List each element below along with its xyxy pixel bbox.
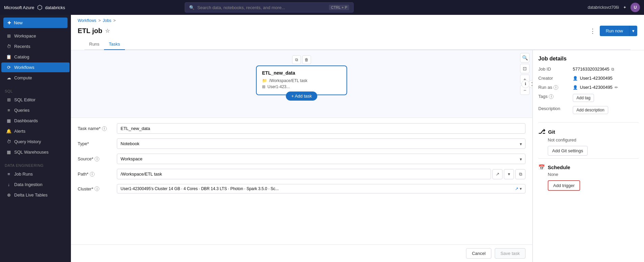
task-card-wrapper: ⧉ 🗑 ETL_new_data 📁 /Workspace/ETL task ⊞ <box>256 55 347 95</box>
task-name-input[interactable] <box>117 123 525 134</box>
source-info[interactable]: i <box>95 157 99 161</box>
breadcrumb-sep2: > <box>113 18 116 23</box>
sidebar-item-label: Data Ingestion <box>14 182 43 187</box>
description-value: Add description <box>573 106 608 114</box>
chevron-right-icon: ❯ <box>531 82 533 86</box>
sidebar-item-label: Query History <box>14 139 41 144</box>
sidebar-item-delta-live-tables[interactable]: ⊕ Delta Live Tables <box>1 190 70 200</box>
sidebar-item-workspace[interactable]: ⊞ Workspace <box>1 31 70 41</box>
path-info[interactable]: i <box>90 172 95 177</box>
task-form-area: Task name* i Type* Notebook <box>71 118 532 262</box>
tags-info[interactable]: i <box>549 94 553 99</box>
search-bar[interactable]: 🔍 Search data, notebooks, recents, and m… <box>185 2 354 12</box>
add-task-button[interactable]: + Add task <box>286 91 317 101</box>
sidebar-item-sql-warehouses[interactable]: ▦ SQL Warehouses <box>1 147 70 157</box>
page-header: Workflows > Jobs > ETL job ☆ ⋮ Run now ▾ <box>71 15 644 50</box>
data-ingestion-icon: ↓ <box>6 182 11 187</box>
source-select[interactable]: Workspace <box>117 154 525 164</box>
schedule-none: None <box>548 172 639 177</box>
compute-icon: ☁ <box>6 75 11 80</box>
sidebar-item-alerts[interactable]: 🔔 Alerts <box>1 126 70 136</box>
creator-value: 👤 User1-42300495 <box>573 76 613 81</box>
sql-section-label: SQL <box>0 86 71 95</box>
new-button[interactable]: ✚ New <box>3 18 68 28</box>
sidebar-item-query-history[interactable]: ⏱ Query History <box>1 137 70 147</box>
tab-runs[interactable]: Runs <box>84 39 104 50</box>
run-as-info[interactable]: i <box>553 85 558 90</box>
sidebar-item-catalog[interactable]: 📋 Catalog <box>1 52 70 62</box>
job-id-copy-button[interactable]: ⧉ <box>611 67 614 72</box>
creator-label: Creator <box>538 76 569 81</box>
add-git-settings-button[interactable]: Add Git settings <box>548 146 588 156</box>
cluster-label: Cluster* i <box>78 186 111 191</box>
run-as-user-icon: 👤 <box>573 85 578 90</box>
sidebar-item-queries[interactable]: ≡ Queries <box>1 105 70 115</box>
run-now-dropdown-button[interactable]: ▾ <box>629 26 637 36</box>
cluster-select[interactable]: User1-42300495's Cluster 14 GB · 4 Cores… <box>117 184 525 193</box>
form-row-type: Type* Notebook <box>78 138 525 149</box>
calendar-icon: 📅 <box>538 164 545 171</box>
user-account: databricksvct706i <box>588 5 619 10</box>
topbar: Microsoft Azure ⬡ databricks 🔍 Search da… <box>0 0 644 15</box>
sidebar-item-label: Queries <box>14 108 30 113</box>
fit-canvas-button[interactable]: ⊡ <box>520 64 530 73</box>
task-card[interactable]: ETL_new_data 📁 /Workspace/ETL task ⊞ Use… <box>256 66 347 95</box>
sql-editor-icon: ⊞ <box>6 97 11 102</box>
delta-live-tables-icon: ⊕ <box>6 192 11 198</box>
sidebar: ✚ New ⊞ Workspace ⏱ Recents 📋 Catalog ⟳ … <box>0 15 71 262</box>
type-label: Type* <box>78 141 111 146</box>
info-button[interactable]: ℹ <box>521 80 530 88</box>
sidebar-item-recents[interactable]: ⏱ Recents <box>1 42 70 51</box>
path-copy-button[interactable]: ⧉ <box>515 169 525 179</box>
task-name-info[interactable]: i <box>102 126 107 131</box>
cluster-info[interactable]: i <box>95 186 99 191</box>
creator-user-icon: 👤 <box>573 76 578 81</box>
path-input[interactable] <box>117 169 491 179</box>
search-canvas-icon: 🔍 <box>522 55 528 60</box>
path-external-link-button[interactable]: ↗ <box>492 169 503 179</box>
description-label: Description <box>538 106 569 111</box>
run-as-edit-icon[interactable]: ✏ <box>615 85 618 90</box>
delete-task-button[interactable]: 🗑 <box>302 55 311 64</box>
save-task-button[interactable]: Save task <box>495 248 525 259</box>
search-canvas-button[interactable]: 🔍 <box>520 53 530 62</box>
job-details-title: Job details <box>538 56 639 62</box>
copy-task-button[interactable]: ⧉ <box>292 55 301 64</box>
run-now-button[interactable]: Run now <box>600 26 629 36</box>
sidebar-item-job-runs[interactable]: ≡ Job Runs <box>1 169 70 179</box>
breadcrumb-workflows[interactable]: Workflows <box>78 18 96 23</box>
type-select[interactable]: Notebook <box>117 138 525 149</box>
sidebar-item-compute[interactable]: ☁ Compute <box>1 73 70 83</box>
more-options-button[interactable]: ⋮ <box>588 26 597 36</box>
star-button[interactable]: ☆ <box>105 28 110 34</box>
form-row-source: Source* i Workspace <box>78 154 525 164</box>
path-dropdown-button[interactable]: ▾ <box>504 169 514 179</box>
query-history-icon: ⏱ <box>6 139 11 144</box>
task-card-path: 📁 /Workspace/ETL task <box>262 78 341 83</box>
breadcrumb-sep1: > <box>98 18 101 23</box>
cancel-button[interactable]: Cancel <box>466 248 491 259</box>
run-as-label: Run as i <box>538 85 569 90</box>
content-body: ❯ ℹ ⧉ 🗑 ETL_new_data 📁 <box>71 50 644 262</box>
azure-label: Microsoft Azure <box>4 5 34 10</box>
sidebar-item-workflows[interactable]: ⟳ Workflows <box>1 62 70 72</box>
sidebar-item-label: Recents <box>14 44 30 49</box>
tags-value: Add tag <box>573 94 594 102</box>
run-as-value: 👤 User1-42300495 ✏ <box>573 85 618 90</box>
sidebar-item-label: SQL Editor <box>14 97 35 102</box>
add-description-button[interactable]: Add description <box>573 106 608 114</box>
sidebar-item-sql-editor[interactable]: ⊞ SQL Editor <box>1 95 70 105</box>
add-trigger-button[interactable]: Add trigger <box>548 180 580 191</box>
add-tag-button[interactable]: Add tag <box>573 94 594 102</box>
avatar: U <box>630 3 640 12</box>
sidebar-item-data-ingestion[interactable]: ↓ Data Ingestion <box>1 180 70 189</box>
tab-tasks[interactable]: Tasks <box>104 39 125 50</box>
brand: Microsoft Azure ⬡ databricks <box>4 4 65 11</box>
breadcrumb-jobs[interactable]: Jobs <box>103 18 111 23</box>
breadcrumb: Workflows > Jobs > <box>78 18 637 23</box>
topbar-right: databricksvct706i ✦ U <box>588 3 640 12</box>
tabs: Runs Tasks <box>84 39 630 50</box>
git-title: ⎇ Git <box>538 128 639 135</box>
dashboards-icon: ▦ <box>6 118 11 123</box>
sidebar-item-dashboards[interactable]: ▦ Dashboards <box>1 116 70 126</box>
